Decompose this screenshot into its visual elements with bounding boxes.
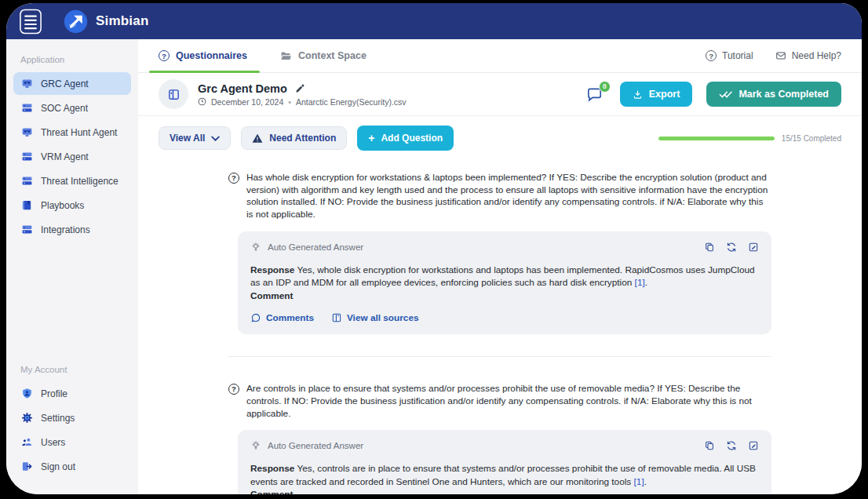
top-bar: Simbian <box>6 3 862 39</box>
sidebar-item-label: GRC Agent <box>41 78 89 89</box>
monitor-agent-icon <box>21 78 33 89</box>
sidebar-item-integrations[interactable]: Integrations <box>13 218 131 241</box>
sidebar-section-my-account: My Account <box>6 355 138 381</box>
sidebar-item-label: SOC Agent <box>41 103 88 114</box>
tabs-row: ? Questionnaires Context Space ? Tutoria… <box>138 39 862 73</box>
answer-header-label: Auto Generated Answer <box>268 441 363 450</box>
comment-bubble-icon <box>250 312 261 323</box>
page-title: Grc Agent Demo <box>198 82 287 95</box>
sidebar-item-soc-agent[interactable]: SOC Agent <box>13 97 131 119</box>
sidebar-item-threat-intelligence[interactable]: Threat Intelligence <box>13 169 131 192</box>
export-button[interactable]: Export <box>620 82 693 107</box>
question-divider <box>228 356 771 357</box>
sidebar-item-profile[interactable]: Profile <box>13 382 131 405</box>
sidebar-item-label: Sign out <box>41 461 75 472</box>
copy-icon[interactable] <box>704 440 715 451</box>
server-icon <box>21 175 33 187</box>
main-panel: ? Questionnaires Context Space ? Tutoria… <box>138 39 862 494</box>
answer-header-label: Auto Generated Answer <box>268 242 363 252</box>
citation-link[interactable]: [1] <box>635 277 645 288</box>
tab-questionnaires[interactable]: ? Questionnaires <box>159 39 247 72</box>
book-icon <box>21 199 33 211</box>
regenerate-icon[interactable] <box>726 440 737 451</box>
lightbulb-icon <box>250 242 261 253</box>
question-text: Has whole disk encryption for workstatio… <box>246 172 771 221</box>
document-date: December 10, 2024 <box>211 97 283 107</box>
chevron-down-icon <box>211 136 220 141</box>
tutorial-link[interactable]: ? Tutorial <box>706 50 753 61</box>
sidebar-item-users[interactable]: Users <box>13 431 131 453</box>
server-icon <box>21 102 33 114</box>
simbian-logo-icon <box>63 9 89 35</box>
response-label: Response <box>250 463 294 474</box>
chat-count-badge: 0 <box>599 81 611 93</box>
sidebar-item-playbooks[interactable]: Playbooks <box>13 194 131 217</box>
response-text: Yes, whole disk encryption for workstati… <box>250 264 755 289</box>
tab-label: Context Space <box>298 50 367 61</box>
need-help-link[interactable]: Need Help? <box>775 50 841 61</box>
shield-user-icon <box>21 388 33 399</box>
progress-fill <box>658 137 775 140</box>
question-text: Are controls in place to ensure that sys… <box>246 383 771 420</box>
answer-card: Auto Generated Answer <box>238 430 771 494</box>
sidebar-item-label: Users <box>41 437 65 448</box>
edit-pencil-icon[interactable] <box>295 83 305 93</box>
sidebar-item-label: VRM Agent <box>41 151 89 162</box>
sidebar-item-vrm-agent[interactable]: VRM Agent <box>13 145 131 168</box>
sidebar-section-application: Application <box>6 46 138 71</box>
users-icon <box>21 436 33 448</box>
question-circle-icon: ? <box>228 173 239 184</box>
sidebar-item-label: Settings <box>41 413 75 424</box>
hamburger-menu-icon[interactable] <box>19 9 42 35</box>
question-list: ? Has whole disk encryption for workstat… <box>138 159 862 494</box>
comment-label: Comment <box>250 290 759 303</box>
question-circle-icon: ? <box>159 50 170 61</box>
gear-icon <box>21 412 33 424</box>
view-all-dropdown[interactable]: View All <box>159 126 231 150</box>
plus-icon: + <box>368 132 374 144</box>
folder-icon <box>280 50 292 62</box>
clock-icon <box>198 97 206 106</box>
sidebar-item-label: Integrations <box>41 224 90 235</box>
add-question-button[interactable]: + Add Question <box>357 126 454 151</box>
lightbulb-icon <box>250 440 261 451</box>
warning-triangle-icon <box>252 133 263 144</box>
filter-toolbar: View All Need Attention + Add Question <box>138 116 862 159</box>
view-all-sources-link[interactable]: View all sources <box>331 312 419 323</box>
tab-context-space[interactable]: Context Space <box>280 39 367 72</box>
brand: Simbian <box>63 9 149 35</box>
sidebar-item-label: Playbooks <box>41 200 84 211</box>
document-avatar <box>159 79 188 109</box>
sidebar-item-label: Threat Intelligence <box>41 176 119 187</box>
mark-as-completed-button[interactable]: Mark as Completed <box>706 82 841 107</box>
sidebar-item-sign-out[interactable]: Sign out <box>13 455 131 478</box>
download-icon <box>633 89 643 100</box>
question-circle-icon: ? <box>228 384 239 395</box>
source-filename: Antarctic Energy(Security).csv <box>296 97 407 107</box>
server-icon <box>21 224 33 235</box>
sidebar-item-settings[interactable]: Settings <box>13 406 131 429</box>
copy-icon[interactable] <box>704 242 715 253</box>
sidebar-item-threat-hunt-agent[interactable]: Threat Hunt Agent <box>13 121 131 144</box>
sidebar-item-grc-agent[interactable]: GRC Agent <box>13 72 131 95</box>
sidebar-item-label: Threat Hunt Agent <box>41 127 117 138</box>
question-item: ? Has whole disk encryption for workstat… <box>228 172 771 357</box>
brand-name: Simbian <box>96 13 149 29</box>
comment-label: Comment <box>250 488 759 494</box>
regenerate-icon[interactable] <box>726 242 737 253</box>
app-window: Simbian Application GRC Agent SOC Agent <box>6 3 862 494</box>
edit-answer-icon[interactable] <box>748 242 759 253</box>
document-header: Grc Agent Demo December 10, 2024 • Antar… <box>138 73 862 116</box>
completion-progress: 15/15 Completed <box>658 134 841 143</box>
comments-link[interactable]: Comments <box>250 312 314 323</box>
tab-label: Questionnaires <box>176 50 247 61</box>
response-label: Response <box>250 264 294 275</box>
question-text-row: ? Are controls in place to ensure that s… <box>228 383 771 420</box>
edit-answer-icon[interactable] <box>748 440 759 451</box>
sidebar: Application GRC Agent SOC Agent Threat H… <box>6 39 138 494</box>
chat-button[interactable]: 0 <box>585 86 604 104</box>
sign-out-icon <box>21 461 33 472</box>
need-attention-button[interactable]: Need Attention <box>241 126 347 150</box>
progress-label: 15/15 Completed <box>782 134 841 143</box>
citation-link[interactable]: [1] <box>634 476 644 487</box>
